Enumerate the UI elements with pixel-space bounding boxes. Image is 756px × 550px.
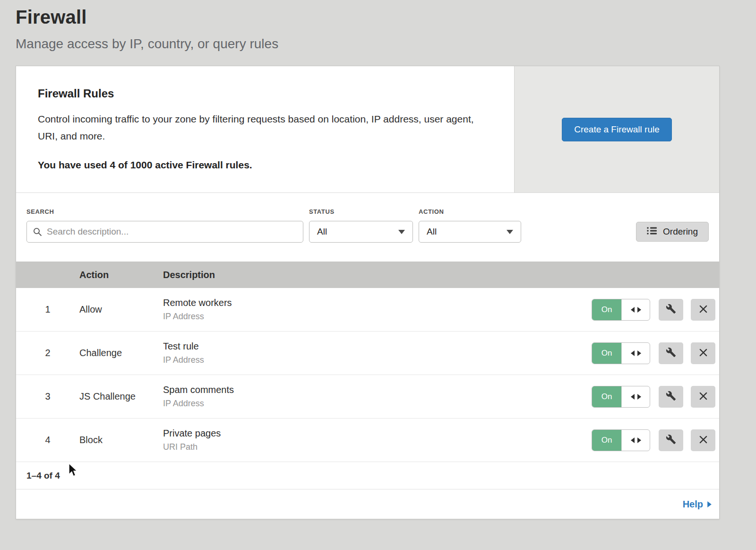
delete-rule-button[interactable] — [691, 299, 715, 321]
status-select[interactable]: All — [309, 221, 413, 243]
ordering-list-icon — [647, 227, 657, 237]
chevron-down-icon — [398, 230, 405, 234]
rule-action: JS Challenge — [79, 391, 163, 402]
rule-action: Challenge — [79, 348, 163, 358]
firewall-rules-card: Firewall Rules Control incoming traffic … — [16, 66, 720, 519]
status-label: STATUS — [309, 208, 413, 215]
rules-card-title: Firewall Rules — [38, 87, 492, 100]
priority-arrows-icon[interactable] — [621, 343, 650, 364]
action-selected-value: All — [427, 227, 437, 237]
create-firewall-rule-button[interactable]: Create a Firewall rule — [562, 118, 672, 141]
rule-priority: 4 — [16, 435, 79, 445]
wrench-icon — [666, 391, 676, 402]
table-header: Action Description — [16, 262, 719, 288]
rule-priority: 1 — [16, 304, 79, 315]
rule-description: Spam comments — [163, 384, 592, 395]
table-row: 4 Block Private pages URI Path On — [16, 419, 719, 462]
column-header-description: Description — [163, 270, 719, 280]
rule-enabled-toggle[interactable]: On — [592, 429, 650, 451]
rule-description: Remote workers — [163, 297, 592, 308]
rules-usage-text: You have used 4 of 1000 active Firewall … — [38, 159, 492, 171]
column-header-action: Action — [79, 270, 163, 280]
rules-card-side-panel: Create a Firewall rule — [514, 66, 719, 192]
search-input[interactable] — [26, 221, 303, 243]
table-row: 1 Allow Remote workers IP Address On — [16, 288, 719, 332]
x-icon — [699, 435, 708, 445]
rule-field-type: IP Address — [163, 399, 592, 409]
priority-arrows-icon[interactable] — [621, 386, 650, 407]
rule-field-type: IP Address — [163, 312, 592, 322]
rule-description: Private pages — [163, 428, 592, 439]
card-footer: Help — [16, 489, 719, 519]
delete-rule-button[interactable] — [691, 342, 715, 364]
rule-enabled-toggle[interactable]: On — [592, 386, 650, 408]
x-icon — [699, 392, 708, 402]
toggle-on-label[interactable]: On — [592, 343, 621, 364]
x-icon — [699, 348, 708, 358]
table-row: 2 Challenge Test rule IP Address On — [16, 332, 719, 375]
rules-card-header: Firewall Rules Control incoming traffic … — [16, 66, 719, 193]
toggle-on-label[interactable]: On — [592, 386, 621, 407]
rule-priority: 3 — [16, 391, 79, 402]
ordering-button-label: Ordering — [663, 227, 698, 237]
filters-bar: SEARCH STATUS All A — [16, 193, 719, 262]
search-icon — [33, 227, 42, 238]
page-title: Firewall — [16, 7, 720, 28]
wrench-icon — [666, 434, 676, 446]
wrench-icon — [666, 304, 676, 315]
toggle-on-label[interactable]: On — [592, 299, 621, 320]
chevron-down-icon — [507, 230, 513, 234]
status-selected-value: All — [317, 227, 327, 237]
table-row: 3 JS Challenge Spam comments IP Address … — [16, 375, 719, 419]
pagination-row: 1–4 of 4 — [16, 462, 719, 489]
edit-rule-button[interactable] — [659, 299, 683, 321]
toggle-on-label[interactable]: On — [592, 430, 621, 451]
rule-action: Allow — [79, 304, 163, 315]
wrench-icon — [666, 347, 676, 359]
priority-arrows-icon[interactable] — [621, 299, 650, 320]
action-label: ACTION — [419, 208, 521, 215]
rule-field-type: URI Path — [163, 442, 592, 452]
page-subtitle: Manage access by IP, country, or query r… — [16, 36, 720, 52]
edit-rule-button[interactable] — [659, 429, 683, 451]
rules-card-description: Control incoming traffic to your zone by… — [38, 111, 484, 144]
priority-arrows-icon[interactable] — [621, 430, 650, 451]
firewall-page: Firewall Manage access by IP, country, o… — [0, 0, 756, 550]
pagination-text: 1–4 of 4 — [26, 471, 60, 481]
x-icon — [699, 305, 708, 315]
rule-action: Block — [79, 435, 163, 445]
rule-description: Test rule — [163, 341, 592, 352]
delete-rule-button[interactable] — [691, 429, 715, 451]
rule-field-type: IP Address — [163, 355, 592, 365]
delete-rule-button[interactable] — [691, 386, 715, 408]
rule-enabled-toggle[interactable]: On — [592, 342, 650, 364]
ordering-button[interactable]: Ordering — [636, 222, 709, 242]
help-arrow-icon — [707, 499, 712, 510]
search-label: SEARCH — [26, 208, 303, 215]
rule-enabled-toggle[interactable]: On — [592, 299, 650, 321]
help-link[interactable]: Help — [683, 499, 712, 510]
action-select[interactable]: All — [419, 221, 521, 243]
rule-priority: 2 — [16, 348, 79, 358]
help-link-label: Help — [683, 499, 703, 510]
edit-rule-button[interactable] — [659, 342, 683, 364]
edit-rule-button[interactable] — [659, 386, 683, 408]
